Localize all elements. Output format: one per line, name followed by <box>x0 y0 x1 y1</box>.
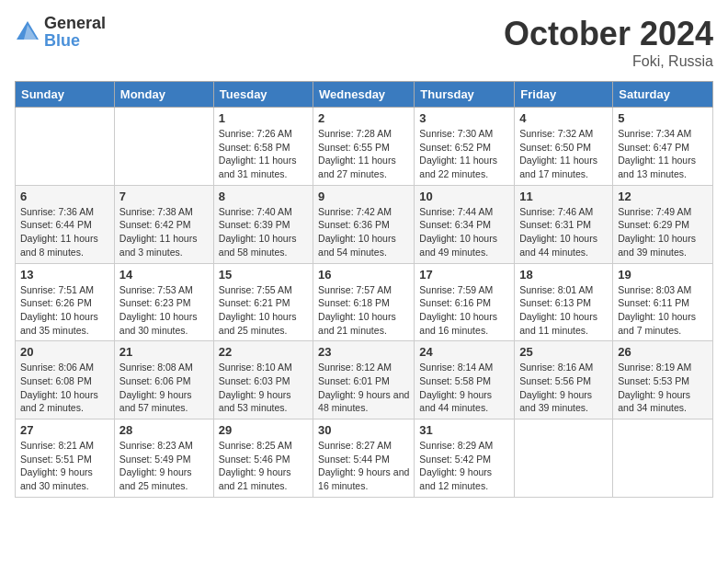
location-title: Foki, Russia <box>504 53 713 70</box>
calendar-cell <box>114 108 213 186</box>
calendar-header-wednesday: Wednesday <box>313 82 415 108</box>
calendar-cell: 16Sunrise: 7:57 AM Sunset: 6:18 PM Dayli… <box>313 263 415 341</box>
calendar-cell: 29Sunrise: 8:25 AM Sunset: 5:46 PM Dayli… <box>213 419 313 498</box>
calendar-cell: 9Sunrise: 7:42 AM Sunset: 6:36 PM Daylig… <box>313 185 415 263</box>
day-number: 29 <box>219 423 308 437</box>
calendar-week-2: 6Sunrise: 7:36 AM Sunset: 6:44 PM Daylig… <box>16 185 713 263</box>
month-title: October 2024 <box>504 15 713 53</box>
calendar-cell: 27Sunrise: 8:21 AM Sunset: 5:51 PM Dayli… <box>16 419 115 498</box>
day-number: 10 <box>419 190 509 203</box>
day-info: Sunrise: 7:44 AM Sunset: 6:34 PM Dayligh… <box>419 205 509 259</box>
calendar-cell: 22Sunrise: 8:10 AM Sunset: 6:03 PM Dayli… <box>213 341 313 419</box>
day-number: 23 <box>318 345 409 359</box>
day-info: Sunrise: 7:34 AM Sunset: 6:47 PM Dayligh… <box>618 127 708 181</box>
day-info: Sunrise: 8:01 AM Sunset: 6:13 PM Dayligh… <box>519 283 608 338</box>
day-number: 11 <box>519 190 608 203</box>
day-info: Sunrise: 8:19 AM Sunset: 5:53 PM Dayligh… <box>618 361 708 415</box>
title-block: October 2024 Foki, Russia <box>504 15 713 70</box>
day-info: Sunrise: 8:16 AM Sunset: 5:56 PM Dayligh… <box>519 361 608 415</box>
day-info: Sunrise: 8:27 AM Sunset: 5:44 PM Dayligh… <box>318 439 409 493</box>
calendar-header-friday: Friday <box>515 82 613 108</box>
day-info: Sunrise: 7:26 AM Sunset: 6:58 PM Dayligh… <box>219 127 308 181</box>
day-number: 12 <box>618 190 708 203</box>
day-info: Sunrise: 7:46 AM Sunset: 6:31 PM Dayligh… <box>519 205 608 259</box>
day-info: Sunrise: 7:32 AM Sunset: 6:50 PM Dayligh… <box>519 127 608 181</box>
day-number: 15 <box>219 268 308 282</box>
day-info: Sunrise: 7:49 AM Sunset: 6:29 PM Dayligh… <box>618 205 708 259</box>
day-number: 8 <box>219 190 308 203</box>
day-number: 21 <box>119 345 209 359</box>
day-info: Sunrise: 8:10 AM Sunset: 6:03 PM Dayligh… <box>219 361 308 415</box>
day-info: Sunrise: 7:51 AM Sunset: 6:26 PM Dayligh… <box>20 283 109 338</box>
calendar-cell: 24Sunrise: 8:14 AM Sunset: 5:58 PM Dayli… <box>415 341 515 419</box>
calendar-cell: 7Sunrise: 7:38 AM Sunset: 6:42 PM Daylig… <box>114 185 213 263</box>
calendar-cell: 30Sunrise: 8:27 AM Sunset: 5:44 PM Dayli… <box>313 419 415 498</box>
calendar-cell: 1Sunrise: 7:26 AM Sunset: 6:58 PM Daylig… <box>213 108 313 186</box>
logo: General Blue <box>15 15 106 50</box>
day-number: 4 <box>519 111 608 125</box>
calendar-cell: 6Sunrise: 7:36 AM Sunset: 6:44 PM Daylig… <box>16 185 115 263</box>
logo-icon <box>15 19 40 45</box>
logo-general: General <box>44 14 106 32</box>
day-info: Sunrise: 8:03 AM Sunset: 6:11 PM Dayligh… <box>618 283 708 338</box>
day-info: Sunrise: 8:25 AM Sunset: 5:46 PM Dayligh… <box>219 439 308 493</box>
calendar-cell: 19Sunrise: 8:03 AM Sunset: 6:11 PM Dayli… <box>613 263 713 341</box>
calendar-cell: 12Sunrise: 7:49 AM Sunset: 6:29 PM Dayli… <box>613 185 713 263</box>
calendar-cell: 26Sunrise: 8:19 AM Sunset: 5:53 PM Dayli… <box>613 341 713 419</box>
calendar-header-sunday: Sunday <box>16 82 115 108</box>
day-number: 1 <box>219 111 308 125</box>
day-number: 24 <box>419 345 509 359</box>
logo-blue: Blue <box>44 31 80 50</box>
calendar-cell: 17Sunrise: 7:59 AM Sunset: 6:16 PM Dayli… <box>415 263 515 341</box>
calendar-cell: 21Sunrise: 8:08 AM Sunset: 6:06 PM Dayli… <box>114 341 213 419</box>
day-number: 19 <box>618 268 708 282</box>
day-number: 17 <box>419 268 509 282</box>
day-number: 9 <box>318 190 409 203</box>
day-number: 13 <box>20 268 109 282</box>
calendar-cell: 11Sunrise: 7:46 AM Sunset: 6:31 PM Dayli… <box>515 185 613 263</box>
day-info: Sunrise: 7:36 AM Sunset: 6:44 PM Dayligh… <box>20 205 109 259</box>
calendar-cell: 18Sunrise: 8:01 AM Sunset: 6:13 PM Dayli… <box>515 263 613 341</box>
day-number: 7 <box>119 190 209 203</box>
day-info: Sunrise: 8:23 AM Sunset: 5:49 PM Dayligh… <box>119 439 209 493</box>
day-number: 27 <box>20 423 109 437</box>
day-number: 30 <box>318 423 409 437</box>
day-number: 3 <box>419 111 509 125</box>
day-number: 28 <box>119 423 209 437</box>
day-number: 2 <box>318 111 409 125</box>
day-number: 22 <box>219 345 308 359</box>
day-number: 31 <box>419 423 509 437</box>
day-info: Sunrise: 7:53 AM Sunset: 6:23 PM Dayligh… <box>119 283 209 338</box>
day-info: Sunrise: 8:29 AM Sunset: 5:42 PM Dayligh… <box>419 439 509 493</box>
calendar-header-thursday: Thursday <box>415 82 515 108</box>
day-number: 16 <box>318 268 409 282</box>
calendar-cell: 31Sunrise: 8:29 AM Sunset: 5:42 PM Dayli… <box>415 419 515 498</box>
day-info: Sunrise: 7:59 AM Sunset: 6:16 PM Dayligh… <box>419 283 509 338</box>
day-info: Sunrise: 7:38 AM Sunset: 6:42 PM Dayligh… <box>119 205 209 259</box>
calendar-cell: 20Sunrise: 8:06 AM Sunset: 6:08 PM Dayli… <box>16 341 115 419</box>
day-number: 25 <box>519 345 608 359</box>
calendar-week-5: 27Sunrise: 8:21 AM Sunset: 5:51 PM Dayli… <box>16 419 713 498</box>
day-info: Sunrise: 8:21 AM Sunset: 5:51 PM Dayligh… <box>20 439 109 493</box>
calendar-cell: 25Sunrise: 8:16 AM Sunset: 5:56 PM Dayli… <box>515 341 613 419</box>
calendar-header-saturday: Saturday <box>613 82 713 108</box>
day-number: 14 <box>119 268 209 282</box>
day-info: Sunrise: 7:57 AM Sunset: 6:18 PM Dayligh… <box>318 283 409 338</box>
day-info: Sunrise: 8:14 AM Sunset: 5:58 PM Dayligh… <box>419 361 509 415</box>
calendar-week-3: 13Sunrise: 7:51 AM Sunset: 6:26 PM Dayli… <box>16 263 713 341</box>
calendar-header-monday: Monday <box>114 82 213 108</box>
calendar-week-1: 1Sunrise: 7:26 AM Sunset: 6:58 PM Daylig… <box>16 108 713 186</box>
calendar-cell: 10Sunrise: 7:44 AM Sunset: 6:34 PM Dayli… <box>415 185 515 263</box>
calendar-cell <box>515 419 613 498</box>
calendar-cell: 5Sunrise: 7:34 AM Sunset: 6:47 PM Daylig… <box>613 108 713 186</box>
day-info: Sunrise: 8:06 AM Sunset: 6:08 PM Dayligh… <box>20 361 109 415</box>
calendar-cell <box>613 419 713 498</box>
calendar-cell: 14Sunrise: 7:53 AM Sunset: 6:23 PM Dayli… <box>114 263 213 341</box>
calendar-header-tuesday: Tuesday <box>213 82 313 108</box>
day-info: Sunrise: 7:55 AM Sunset: 6:21 PM Dayligh… <box>219 283 308 338</box>
calendar-cell: 23Sunrise: 8:12 AM Sunset: 6:01 PM Dayli… <box>313 341 415 419</box>
day-number: 6 <box>20 190 109 203</box>
day-info: Sunrise: 7:42 AM Sunset: 6:36 PM Dayligh… <box>318 205 409 259</box>
page-header: General Blue October 2024 Foki, Russia <box>15 15 713 70</box>
day-info: Sunrise: 7:30 AM Sunset: 6:52 PM Dayligh… <box>419 127 509 181</box>
